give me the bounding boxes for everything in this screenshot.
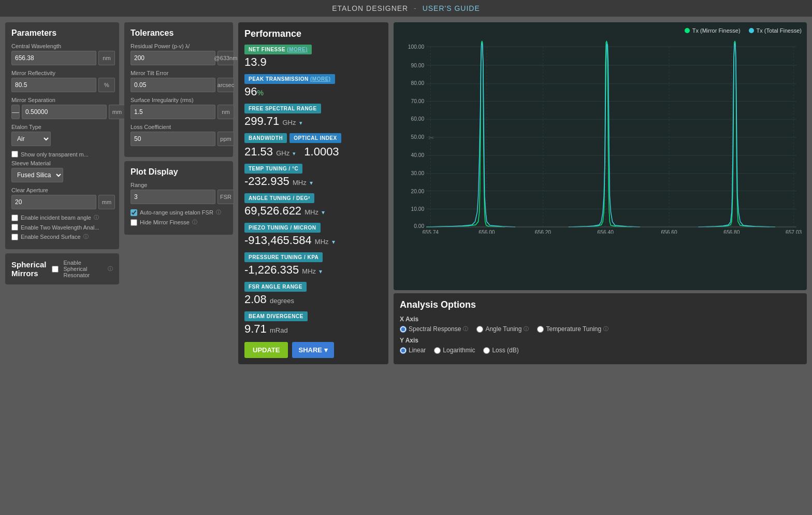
clear-aperture-group: Clear Aperture mm xyxy=(11,187,113,209)
enable-spherical-checkbox[interactable] xyxy=(52,266,59,273)
piezo-tuning-arrow[interactable]: ▾ xyxy=(332,238,335,246)
x-axis-angle-radio[interactable] xyxy=(476,326,483,333)
beam-divergence-row: BEAM DIVERGENCE 9.71 mRad xyxy=(244,311,382,336)
legend-total-finesse: Tx (Total Finesse) xyxy=(749,27,802,34)
y-axis-logarithmic[interactable]: Logarithmic xyxy=(434,347,475,354)
sleeve-material-select[interactable]: Fused Silica BK7 Custom xyxy=(11,168,63,182)
fsr-angle-range-unit: degrees xyxy=(270,297,294,305)
angle-tuning-btn[interactable]: ANGLE TUNING / DEG² xyxy=(244,193,314,203)
mirror-reflectivity-group: Mirror Reflectivity % xyxy=(11,70,113,92)
fsr-angle-range-btn[interactable]: FSR ANGLE RANGE xyxy=(244,282,307,292)
fsr-angle-range-value: 2.08 degrees xyxy=(244,293,382,306)
free-spectral-range-value: 299.71 GHz ▾ xyxy=(244,115,382,128)
enable-incident-beam-help-icon[interactable]: ⓘ xyxy=(94,214,99,221)
residual-power-label: Residual Power (p-v) λ/ xyxy=(130,43,227,49)
enable-second-surface-checkbox[interactable] xyxy=(11,234,18,240)
enable-second-surface-help-icon[interactable]: ⓘ xyxy=(83,233,89,240)
x-axis-angle-label: Angle Tuning xyxy=(485,325,521,333)
svg-text:20.00: 20.00 xyxy=(411,189,425,194)
y-axis-logarithmic-label: Logarithmic xyxy=(443,347,475,354)
enable-two-wavelength-checkbox[interactable] xyxy=(11,224,18,231)
svg-text:100.00: 100.00 xyxy=(408,44,425,50)
mirror-tilt-error-input[interactable] xyxy=(130,78,215,92)
performance-panel: Performance NET FINESSE (More) 13.9 PEAK… xyxy=(238,22,388,364)
fsr-arrow[interactable]: ▾ xyxy=(299,120,302,126)
mirror-sep-decrease-btn[interactable]: — xyxy=(11,105,20,119)
legend-mirror-finesse-dot xyxy=(685,28,690,33)
peak-transmission-btn[interactable]: PEAK TRANSMISSION (More) xyxy=(244,74,335,84)
enable-incident-beam-checkbox[interactable] xyxy=(11,214,18,221)
central-wavelength-input[interactable] xyxy=(11,51,96,65)
temp-tuning-arrow[interactable]: ▾ xyxy=(310,179,313,187)
update-button[interactable]: UPDATE xyxy=(244,342,288,358)
x-axis-spectral-response[interactable]: Spectral Response ⓘ xyxy=(400,325,468,333)
net-finesse-value: 13.9 xyxy=(244,55,382,69)
temperature-tuning-help-icon[interactable]: ⓘ xyxy=(603,325,608,333)
bandwidth-btn[interactable]: BANDWIDTH xyxy=(244,133,287,143)
beam-divergence-unit: mRad xyxy=(270,326,288,334)
angle-tuning-arrow[interactable]: ▾ xyxy=(322,209,325,216)
enable-two-wavelength-row: Enable Two Wavelength Anal... xyxy=(11,224,113,231)
free-spectral-range-btn[interactable]: FREE SPECTRAL RANGE xyxy=(244,104,321,113)
spherical-mirrors-title: Spherical Mirrors xyxy=(11,260,47,278)
optical-index-btn[interactable]: OPTICAL INDEX xyxy=(289,133,341,143)
spectral-response-help-icon[interactable]: ⓘ xyxy=(463,325,468,333)
show-transparent-checkbox[interactable] xyxy=(11,151,18,158)
enable-incident-beam-row: Enable incident beam angle ⓘ xyxy=(11,214,113,221)
y-axis-loss-label: Loss (dB) xyxy=(492,347,518,354)
loss-coefficient-input[interactable] xyxy=(130,132,215,146)
hide-mirror-finesse-checkbox[interactable] xyxy=(130,219,137,226)
beam-divergence-btn[interactable]: BEAM DIVERGENCE xyxy=(244,311,308,321)
y-axis-logarithmic-radio[interactable] xyxy=(434,347,441,354)
residual-power-input[interactable] xyxy=(130,51,215,65)
x-axis-temperature-tuning[interactable]: Temperature Tuning ⓘ xyxy=(537,325,608,333)
pressure-tuning-btn[interactable]: PRESSURE TUNING / KPA xyxy=(244,252,323,262)
net-finesse-more-link[interactable]: (More) xyxy=(287,47,308,52)
x-axis-temperature-radio[interactable] xyxy=(537,326,544,333)
central-wavelength-label: Central Wavelength xyxy=(11,43,113,49)
auto-range-checkbox[interactable] xyxy=(130,209,137,216)
auto-range-help-icon[interactable]: ⓘ xyxy=(216,209,221,216)
svg-text:50.00: 50.00 xyxy=(411,134,425,140)
tolerances-title: Tolerances xyxy=(130,28,227,38)
y-axis-linear[interactable]: Linear xyxy=(400,347,426,354)
mirror-reflectivity-unit: % xyxy=(98,78,115,92)
mirror-tilt-error-group: Mirror Tilt Error arcsec xyxy=(130,70,227,92)
piezo-tuning-btn[interactable]: PIEZO TUNING / MICRON xyxy=(244,223,321,233)
mirror-tilt-error-unit: arcsec xyxy=(218,78,234,92)
x-axis-spectral-radio[interactable] xyxy=(400,326,407,333)
top-bar: ETALON DESIGNER - USER'S GUIDE xyxy=(0,0,812,17)
surface-irregularity-input[interactable] xyxy=(130,105,215,119)
pressure-tuning-arrow[interactable]: ▾ xyxy=(319,268,322,275)
plot-range-input[interactable] xyxy=(130,190,215,204)
clear-aperture-input[interactable] xyxy=(11,195,96,209)
app-title: ETALON DESIGNER xyxy=(332,4,408,12)
temp-tuning-unit: MHz xyxy=(293,179,307,187)
mirror-separation-input[interactable] xyxy=(22,105,107,119)
x-axis-angle-tuning[interactable]: Angle Tuning ⓘ xyxy=(476,325,529,333)
y-axis-radio-group: Linear Logarithmic Loss (dB) xyxy=(400,347,801,354)
share-button[interactable]: SHARE ▾ xyxy=(292,342,334,358)
temp-tuning-btn[interactable]: TEMP TUNING / °C xyxy=(244,164,302,174)
mirror-separation-unit: mm xyxy=(109,105,125,119)
bandwidth-arrow[interactable]: ▾ xyxy=(293,150,296,156)
y-axis-loss-radio[interactable] xyxy=(483,347,490,354)
hide-mirror-finesse-help-icon[interactable]: ⓘ xyxy=(192,219,197,226)
net-finesse-btn[interactable]: NET FINESSE (More) xyxy=(244,45,312,54)
net-finesse-row: NET FINESSE (More) 13.9 xyxy=(244,45,382,69)
plot-display-title: Plot Display xyxy=(130,167,227,177)
mirror-tilt-error-label: Mirror Tilt Error xyxy=(130,70,227,76)
plot-range-label: Range xyxy=(130,182,227,188)
peak-tx-more-link[interactable]: (More) xyxy=(310,76,331,82)
users-guide-link[interactable]: USER'S GUIDE xyxy=(423,4,480,12)
mirror-reflectivity-input[interactable] xyxy=(11,78,96,92)
show-transparent-row: Show only transparent m... xyxy=(11,151,113,158)
y-axis-linear-radio[interactable] xyxy=(400,347,407,354)
angle-tuning-help-icon[interactable]: ⓘ xyxy=(524,325,529,333)
optical-index-value: 1.0003 xyxy=(304,145,339,159)
angle-tuning-unit: MHz xyxy=(304,208,318,216)
svg-text:0.00: 0.00 xyxy=(414,223,424,229)
y-axis-loss[interactable]: Loss (dB) xyxy=(483,347,518,354)
etalon-type-select[interactable]: Air Glass Custom xyxy=(11,132,51,146)
spherical-help-icon[interactable]: ⓘ xyxy=(108,265,113,273)
